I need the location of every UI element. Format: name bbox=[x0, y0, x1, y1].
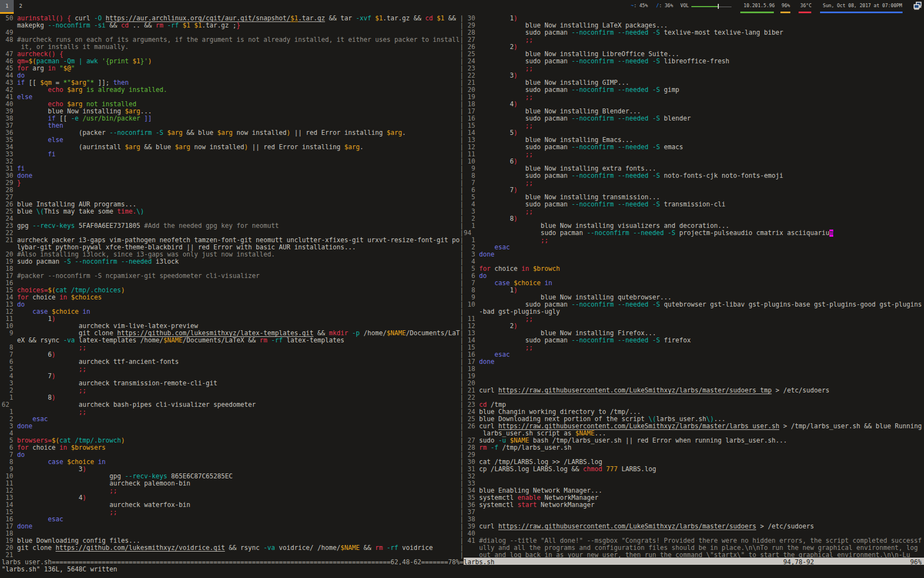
window-separator[interactable]: | bbox=[460, 108, 464, 115]
window-separator[interactable]: | bbox=[460, 244, 464, 251]
window-separator[interactable]: | bbox=[460, 65, 464, 72]
window-separator[interactable]: | bbox=[460, 86, 464, 94]
window-separator[interactable]: | bbox=[460, 237, 464, 244]
window-separator[interactable]: | bbox=[460, 330, 464, 337]
line-number: 20 bbox=[464, 380, 479, 387]
window-separator[interactable]: | bbox=[460, 215, 464, 222]
window-separator[interactable]: | bbox=[460, 51, 464, 58]
workspace-tag-2[interactable]: 2 bbox=[14, 0, 28, 14]
window-separator[interactable]: | bbox=[460, 258, 464, 265]
window-separator[interactable]: | bbox=[460, 144, 464, 151]
window-separator[interactable]: | bbox=[460, 408, 464, 416]
window-separator[interactable]: | bbox=[460, 230, 464, 237]
window-separator[interactable]: | bbox=[460, 43, 464, 51]
window-separator[interactable]: | bbox=[460, 115, 464, 122]
window-separator[interactable]: | bbox=[460, 437, 464, 444]
window-separator[interactable]: | bbox=[460, 337, 464, 344]
window-separator[interactable]: | bbox=[460, 358, 464, 366]
statusline-inactive-larbs-user[interactable]: larbs_user.sh===========================… bbox=[2, 558, 464, 565]
right-window-line: 37 bbox=[464, 509, 922, 516]
window-separator[interactable]: | bbox=[460, 222, 464, 230]
vim-terminal[interactable]: 50 aurinstall() { curl -O https://aur.ar… bbox=[2, 14, 922, 572]
code-segment: && tar bbox=[325, 15, 356, 22]
code-segment: not installed bbox=[82, 101, 136, 108]
code-segment: else bbox=[48, 137, 63, 144]
window-separator[interactable]: | bbox=[460, 29, 464, 36]
window-separator[interactable]: | bbox=[460, 466, 464, 473]
window-separator[interactable]: | bbox=[460, 351, 464, 358]
window-separator[interactable]: | bbox=[460, 530, 464, 537]
window-separator[interactable]: | bbox=[460, 201, 464, 208]
statusline-active-larbs[interactable]: larbs.sh 94,78-92 96% bbox=[464, 558, 924, 565]
window-separator[interactable]: | bbox=[460, 294, 464, 301]
window-separator[interactable]: | bbox=[460, 501, 464, 509]
right-window-line: 4 bbox=[464, 258, 922, 265]
window-separator[interactable]: | bbox=[460, 366, 464, 373]
window-separator[interactable]: | bbox=[460, 537, 464, 544]
network-displays-tray-icon[interactable] bbox=[913, 1, 922, 10]
window-separator[interactable]: | bbox=[460, 323, 464, 330]
window-separator[interactable]: | bbox=[460, 58, 464, 65]
window-separator[interactable]: | bbox=[460, 72, 464, 79]
window-separator[interactable]: | bbox=[460, 165, 464, 172]
window-separator[interactable]: | bbox=[460, 523, 464, 530]
window-separator[interactable]: | bbox=[460, 430, 464, 437]
workspace-tag-1[interactable]: 1 bbox=[0, 0, 14, 14]
window-separator[interactable]: | bbox=[460, 15, 464, 22]
window-separator[interactable]: | bbox=[460, 315, 464, 323]
window-separator[interactable]: | bbox=[460, 494, 464, 501]
window-separator[interactable]: | bbox=[460, 473, 464, 480]
window-separator[interactable]: | bbox=[460, 423, 464, 430]
window-separator[interactable]: | bbox=[460, 544, 464, 552]
window-separator[interactable]: | bbox=[460, 122, 464, 129]
window-separator[interactable]: | bbox=[460, 137, 464, 144]
window-separator[interactable]: | bbox=[460, 179, 464, 187]
window-separator[interactable]: | bbox=[460, 380, 464, 387]
window-separator[interactable]: | bbox=[460, 208, 464, 215]
window-separator[interactable]: | bbox=[460, 516, 464, 523]
window-separator[interactable]: | bbox=[460, 194, 464, 201]
code-segment: } bbox=[17, 179, 21, 187]
window-separator[interactable]: | bbox=[460, 22, 464, 29]
code-segment: -S bbox=[63, 258, 71, 265]
code-segment: --needed bbox=[618, 201, 648, 208]
line-number: 19 bbox=[2, 258, 17, 265]
code-segment: $1 bbox=[437, 15, 444, 22]
window-separator[interactable]: | bbox=[460, 487, 464, 494]
volume-slider-filled[interactable] bbox=[691, 6, 718, 7]
window-separator[interactable]: | bbox=[460, 172, 464, 179]
window-separator[interactable]: | bbox=[460, 344, 464, 351]
window-separator[interactable]: | bbox=[460, 480, 464, 487]
code-segment bbox=[17, 308, 32, 315]
window-separator[interactable]: | bbox=[460, 308, 464, 315]
window-separator[interactable]: | bbox=[460, 459, 464, 466]
volume-slider-track[interactable] bbox=[719, 7, 732, 7]
window-separator[interactable]: | bbox=[460, 444, 464, 451]
window-separator[interactable]: | bbox=[460, 151, 464, 158]
window-separator[interactable]: | bbox=[460, 101, 464, 108]
window-separator[interactable]: | bbox=[460, 387, 464, 394]
window-separator[interactable]: | bbox=[460, 280, 464, 287]
window-separator[interactable]: | bbox=[460, 272, 464, 280]
window-separator[interactable]: | bbox=[460, 94, 464, 101]
window-separator[interactable]: | bbox=[460, 373, 464, 380]
window-separator[interactable]: | bbox=[460, 158, 464, 165]
window-separator[interactable]: | bbox=[460, 451, 464, 459]
code-segment: (aurinstall bbox=[17, 144, 125, 151]
window-separator[interactable]: | bbox=[460, 129, 464, 137]
code-segment: ) bbox=[287, 129, 290, 137]
window-separator[interactable]: | bbox=[460, 187, 464, 194]
window-separator[interactable]: | bbox=[460, 401, 464, 408]
window-separator[interactable]: | bbox=[460, 509, 464, 516]
line-number: 28 bbox=[464, 29, 479, 36]
window-separator[interactable]: | bbox=[460, 79, 464, 86]
window-separator[interactable]: | bbox=[460, 36, 464, 43]
window-separator[interactable]: | bbox=[460, 287, 464, 294]
window-separator[interactable]: | bbox=[460, 265, 464, 272]
window-separator[interactable]: | bbox=[460, 416, 464, 423]
window-separator[interactable]: | bbox=[460, 301, 464, 308]
window-separator[interactable]: | bbox=[460, 251, 464, 258]
window-separator[interactable]: | bbox=[460, 394, 464, 401]
right-window-line: 6 7) bbox=[464, 187, 922, 194]
line-number: 2 bbox=[2, 416, 17, 423]
